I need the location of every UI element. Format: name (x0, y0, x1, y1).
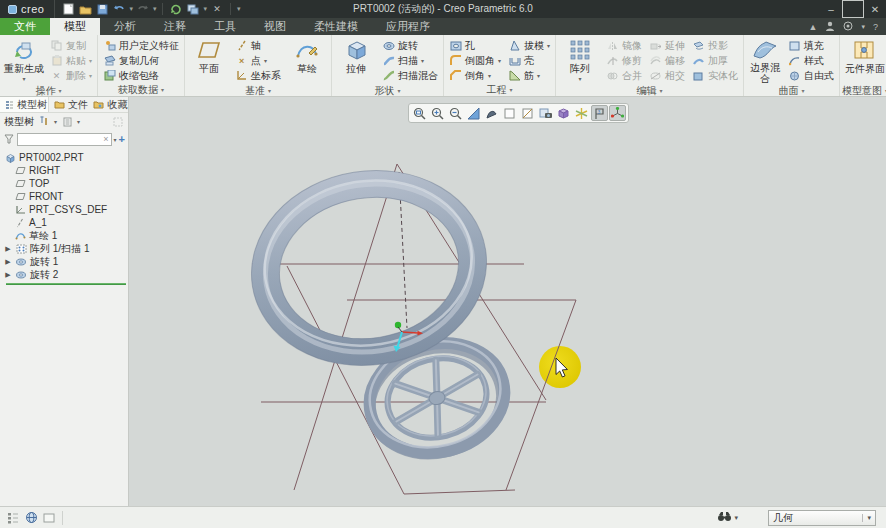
tree-item-top[interactable]: TOP (4, 177, 128, 190)
saved-orientations-icon[interactable] (555, 105, 572, 121)
filter-funnel-icon[interactable] (3, 134, 15, 145)
group-label-editing[interactable]: 编辑▾ (558, 84, 741, 97)
help-icon[interactable]: ? (873, 22, 878, 32)
shrinkwrap-button[interactable]: 收缩包络 (100, 68, 182, 83)
zoom-out-icon[interactable] (447, 105, 464, 121)
selection-filter-dropdown-icon[interactable]: ▾ (862, 514, 871, 522)
tree-settings-dropdown-icon[interactable]: ▾ (77, 118, 80, 125)
tab-view[interactable]: 视图 (250, 18, 300, 35)
group-label-get-data[interactable]: 获取数据▾ (100, 83, 182, 96)
redo-icon[interactable] (136, 3, 150, 16)
sketch-button[interactable]: 草绘 (285, 36, 329, 84)
view-manager-icon[interactable] (537, 105, 554, 121)
tab-analysis[interactable]: 分析 (100, 18, 150, 35)
style-button[interactable]: 样式 (785, 53, 837, 68)
revolve-button[interactable]: 旋转 (379, 38, 441, 53)
tree-tools-dropdown-icon[interactable]: ▾ (54, 118, 57, 125)
csys-button[interactable]: 坐标系 (232, 68, 284, 83)
delete-button[interactable]: ✕删除▾ (47, 68, 95, 83)
chamfer-button[interactable]: 倒角▾ (446, 68, 504, 83)
display-style-icon[interactable] (501, 105, 518, 121)
find-dropdown-icon[interactable]: ▾ (734, 514, 738, 522)
mirror-button[interactable]: 镜像 (603, 38, 645, 53)
tree-item-axis[interactable]: A_1 (4, 216, 128, 229)
paste-button[interactable]: 粘贴▾ (47, 53, 95, 68)
web-browser-icon[interactable] (22, 510, 40, 526)
expand-icon[interactable]: ▶ (4, 271, 12, 279)
solidify-button[interactable]: 实体化 (689, 68, 741, 83)
expand-icon[interactable]: ▶ (4, 258, 12, 266)
plane-button[interactable]: 平面 (187, 36, 231, 84)
shell-button[interactable]: 壳 (505, 53, 553, 68)
draft-button[interactable]: 拔模▾ (505, 38, 553, 53)
regenerate-button[interactable]: 重新生成 ▾ (2, 36, 46, 84)
copy-geometry-button[interactable]: 复制几何 (100, 53, 182, 68)
zoom-region-icon[interactable] (411, 105, 428, 121)
undo-icon[interactable] (112, 3, 126, 16)
pattern-dropdown-icon[interactable]: ▾ (579, 75, 582, 82)
user-icon[interactable] (825, 21, 835, 33)
expand-icon[interactable]: ▶ (4, 245, 12, 253)
resources-dropdown-icon[interactable]: ▾ (861, 23, 865, 31)
tab-applications[interactable]: 应用程序 (372, 18, 444, 35)
tree-filter-input[interactable]: × (17, 133, 112, 146)
clear-filter-icon[interactable]: × (103, 134, 108, 144)
undo-dropdown-icon[interactable]: ▾ (129, 5, 133, 13)
datum-display-filters-icon[interactable] (573, 105, 590, 121)
tree-item-front[interactable]: FRONT (4, 190, 128, 203)
new-file-icon[interactable] (61, 3, 75, 16)
intersect-button[interactable]: 相交 (646, 68, 688, 83)
filter-dropdown-icon[interactable]: ▾ (114, 136, 117, 143)
windows-icon[interactable] (186, 3, 200, 16)
group-label-datum[interactable]: 基准▾ (187, 84, 329, 97)
insert-here-indicator[interactable] (6, 283, 126, 285)
round-button[interactable]: 倒圆角▾ (446, 53, 504, 68)
copy-button[interactable]: 复制 (47, 38, 95, 53)
tab-file[interactable]: 文件 (0, 18, 50, 35)
collapse-ribbon-icon[interactable]: ▲ (809, 22, 818, 32)
tab-model-tree[interactable]: 模型树 (0, 97, 49, 112)
trim-button[interactable]: 修剪 (603, 53, 645, 68)
component-interface-button[interactable]: 元件界面 (842, 36, 886, 84)
tree-tools-icon[interactable] (38, 116, 50, 127)
boundary-blend-button[interactable]: 边界混合 (746, 36, 784, 84)
group-label-shapes[interactable]: 形状▾ (334, 84, 441, 97)
tab-annotate[interactable]: 注释 (150, 18, 200, 35)
sweep-button[interactable]: 扫描▾ (379, 53, 441, 68)
windows-dropdown-icon[interactable]: ▾ (203, 5, 207, 13)
shading-style-icon[interactable] (483, 105, 500, 121)
resources-icon[interactable] (843, 21, 853, 33)
redo-dropdown-icon[interactable]: ▾ (153, 5, 157, 13)
fill-button[interactable]: 填充 (785, 38, 837, 53)
section-view-icon[interactable] (519, 105, 536, 121)
tree-item-pattern[interactable]: ▶阵列 1/扫描 1 (4, 242, 128, 255)
regenerate-quick-icon[interactable] (169, 3, 183, 16)
udf-button[interactable]: 用户定义特征 (100, 38, 182, 53)
tree-item-revolve1[interactable]: ▶旋转 1 (4, 255, 128, 268)
rib-button[interactable]: 筋▾ (505, 68, 553, 83)
tab-favorites[interactable]: 收藏 (88, 97, 128, 112)
group-label-model-intent[interactable]: 模型意图▾ (842, 84, 886, 97)
filter-add-icon[interactable]: + (119, 133, 125, 145)
tab-model[interactable]: 模型 (50, 18, 100, 35)
extrude-button[interactable]: 拉伸 (334, 36, 378, 84)
open-file-icon[interactable] (78, 3, 92, 16)
swept-blend-button[interactable]: 扫描混合 (379, 68, 441, 83)
merge-button[interactable]: 合并 (603, 68, 645, 83)
tree-item-right[interactable]: RIGHT (4, 164, 128, 177)
restore-button[interactable] (842, 0, 864, 18)
tree-item-part[interactable]: PRT0002.PRT (4, 151, 128, 164)
find-tool[interactable]: ▾ (717, 511, 738, 524)
save-icon[interactable] (95, 3, 109, 16)
tab-folder-browser[interactable]: 文件 (49, 97, 89, 112)
graphics-area[interactable]: 3 (129, 97, 886, 506)
offset-button[interactable]: 偏移 (646, 53, 688, 68)
customize-qat-icon[interactable]: ▾ (237, 5, 241, 13)
tab-tools[interactable]: 工具 (200, 18, 250, 35)
pattern-button[interactable]: 阵列 ▾ (558, 36, 602, 84)
project-button[interactable]: 投影 (689, 38, 741, 53)
extend-button[interactable]: 延伸 (646, 38, 688, 53)
freestyle-button[interactable]: 自由式 (785, 68, 837, 83)
point-button[interactable]: ×点▾ (232, 53, 284, 68)
selection-filter-combo[interactable]: 几何 ▾ (768, 510, 876, 526)
